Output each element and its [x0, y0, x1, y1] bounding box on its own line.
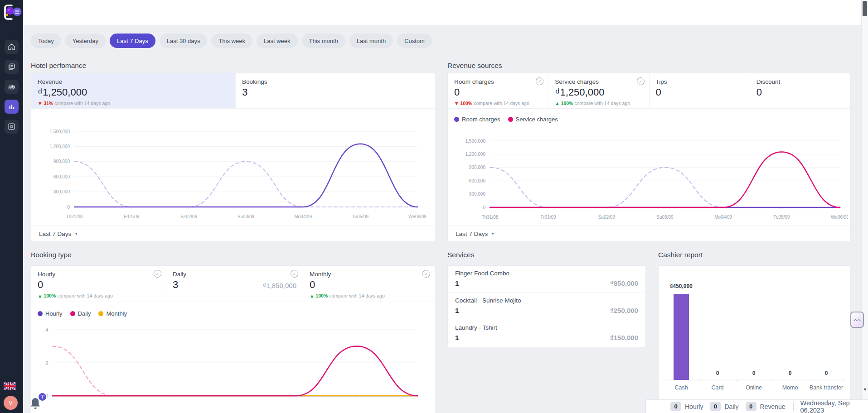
scrollbar-thumb[interactable]	[863, 1, 867, 16]
hotel-performance-line-chart: 0300,000600,000900,0001,200,0001,500,000…	[37, 112, 430, 221]
hotel-performance-card: Revenue ₫1,250,000 ▼ 31%compare with 14 …	[31, 73, 435, 241]
service-amount: ₫850,000	[610, 279, 638, 287]
svg-text:Mo04/09: Mo04/09	[294, 214, 312, 219]
booking-type-card: ✓ Hourly 0 ▲ 100%compare with 14 days ag…	[31, 265, 435, 413]
stat-cell-room-charges[interactable]: ✓ Room charges 0 ▼ 100%compare with 14 d…	[448, 73, 548, 108]
filter-chip-today[interactable]: Today	[31, 34, 61, 48]
stat-cell-service-charges[interactable]: ✓ Service charges ₫1,250,000 ▲ 100%compa…	[548, 73, 649, 108]
legend-item-monthly[interactable]: Monthly	[98, 310, 127, 317]
filter-chip-last-week[interactable]: Last week	[257, 34, 298, 48]
stat-cell-monthly[interactable]: ✓ Monthly 0 ▲ 100%compare with 14 days a…	[303, 266, 435, 302]
sidebar-item-settings[interactable]	[5, 120, 19, 134]
app-logo[interactable]	[2, 3, 23, 24]
stat-cell-bookings[interactable]: Bookings 3	[236, 73, 435, 108]
notification-bell-button[interactable]: 7	[29, 393, 48, 413]
user-avatar[interactable]: V	[4, 396, 18, 410]
date-filter-bar: Today Yesterday Last 7 Days Last 30 days…	[31, 34, 432, 48]
period-dropdown[interactable]: Last 7 Days ▼	[456, 231, 495, 237]
stat-cell-discount[interactable]: Discount 0	[750, 73, 850, 108]
svg-text:Su03/09: Su03/09	[656, 215, 674, 220]
sidebar-item-customers[interactable]	[5, 80, 19, 94]
check-circle-icon[interactable]: ✓	[422, 270, 430, 278]
service-qty: 1	[455, 279, 459, 287]
check-circle-icon[interactable]: ✓	[637, 77, 645, 85]
sidebar-item-home[interactable]	[5, 40, 19, 54]
svg-text:Sa02/09: Sa02/09	[180, 214, 198, 219]
language-flag-uk[interactable]	[4, 382, 16, 390]
chart-footer: Last 7 Days ▼	[31, 226, 435, 242]
stat-cell-revenue[interactable]: Revenue ₫1,250,000 ▼ 31%compare with 14 …	[31, 73, 236, 108]
legend-item-room-charges[interactable]: Room charges	[454, 116, 500, 123]
svg-text:Th31/08: Th31/08	[66, 214, 83, 219]
legend-item-hourly[interactable]: Hourly	[38, 310, 63, 317]
vertical-scrollbar[interactable]: ▼	[861, 0, 868, 413]
stat-compare: ▼ 31%compare with 14 days ago	[38, 101, 229, 106]
notification-badge: 7	[38, 392, 47, 402]
legend-item-daily[interactable]: Daily	[70, 310, 91, 317]
chart-footer: Last 7 Days ▼	[448, 226, 850, 242]
svg-text:Sa02/09: Sa02/09	[598, 215, 616, 220]
svg-text:Cash: Cash	[674, 384, 688, 391]
stat-cell-hourly[interactable]: ✓ Hourly 0 ▲ 100%compare with 14 days ag…	[31, 266, 166, 302]
legend-item-service-charges[interactable]: Service charges	[508, 116, 558, 123]
filter-chip-this-week[interactable]: This week	[211, 34, 252, 48]
legend-dot	[70, 311, 75, 316]
divider	[793, 402, 794, 411]
svg-text:2: 2	[45, 360, 48, 365]
check-circle-icon[interactable]: ✓	[291, 270, 298, 278]
filter-chip-this-month[interactable]: This month	[302, 34, 345, 48]
svg-text:1,500,000: 1,500,000	[466, 139, 486, 144]
stat-cell-tips[interactable]: Tips 0	[650, 73, 750, 108]
filter-chip-custom[interactable]: Custom	[397, 34, 432, 48]
svg-text:Momo: Momo	[782, 384, 798, 391]
svg-text:900,000: 900,000	[469, 165, 486, 170]
service-list-item: Finger Food Combo 1₫850,000	[448, 266, 645, 293]
svg-text:0: 0	[789, 370, 792, 376]
stat-value: 3	[242, 86, 428, 98]
svg-text:1,200,000: 1,200,000	[50, 144, 70, 149]
legend-dot	[454, 117, 459, 122]
home-icon	[8, 43, 15, 51]
filter-chip-yesterday[interactable]: Yesterday	[65, 34, 106, 48]
scroll-down-arrow-icon[interactable]: ▼	[863, 387, 867, 392]
service-name: Laundry - Tshirt	[455, 324, 638, 331]
stat-cell-daily[interactable]: ✓ Daily 3 ₫1,850,000	[166, 266, 303, 302]
svg-text:0: 0	[825, 370, 828, 376]
booking-type-line-chart: 024Th31/08Fr01/09Sa02/09Su03/09Mo04/09Tu…	[37, 317, 430, 413]
filter-chip-last-month[interactable]: Last month	[349, 34, 393, 48]
legend-dot	[38, 311, 43, 316]
svg-text:300,000: 300,000	[469, 192, 486, 197]
section-title-cashier-report: Cashier report	[658, 251, 703, 259]
customers-icon	[8, 83, 16, 91]
filter-chip-last-7-days[interactable]: Last 7 Days	[110, 34, 155, 48]
sidebar	[0, 0, 23, 413]
sidebar-item-documents[interactable]	[5, 60, 19, 74]
gear-icon	[8, 123, 15, 130]
counter-label: Hourly	[685, 403, 703, 410]
filter-chip-last-30-days[interactable]: Last 30 days	[160, 34, 208, 48]
svg-text:₫450,000: ₫450,000	[670, 283, 693, 289]
svg-text:1,200,000: 1,200,000	[466, 152, 486, 157]
counter-label: Revenue	[760, 403, 786, 410]
bar-chart-icon	[8, 103, 15, 110]
chevron-down-icon: ▼	[74, 232, 78, 236]
svg-text:Tu05/09: Tu05/09	[773, 215, 790, 220]
section-title-hotel-performance: Hotel perfomance	[31, 62, 86, 70]
check-circle-icon[interactable]: ✓	[536, 77, 543, 85]
assistant-widget-button[interactable]: >ᴗ<	[850, 312, 864, 328]
svg-text:Su03/09: Su03/09	[238, 214, 255, 219]
revenue-sources-line-chart: 0300,000600,000900,0001,200,0001,500,000…	[449, 125, 848, 221]
services-card: Finger Food Combo 1₫850,000 Cocktail - S…	[447, 265, 646, 347]
svg-text:300,000: 300,000	[53, 189, 70, 194]
counter-badge-hourly: 0	[670, 402, 681, 411]
period-dropdown[interactable]: Last 7 Days ▼	[39, 231, 78, 237]
check-circle-icon[interactable]: ✓	[154, 270, 161, 278]
service-qty: 1	[455, 307, 459, 314]
header	[23, 0, 868, 25]
service-amount: ₫150,000	[610, 334, 638, 341]
svg-text:Mo04/09: Mo04/09	[714, 215, 732, 220]
sidebar-item-reports[interactable]	[5, 100, 19, 114]
section-title-booking-type: Booking type	[31, 251, 72, 259]
svg-text:4: 4	[45, 327, 48, 332]
chart-legend: Hourly Daily Monthly	[38, 310, 127, 317]
